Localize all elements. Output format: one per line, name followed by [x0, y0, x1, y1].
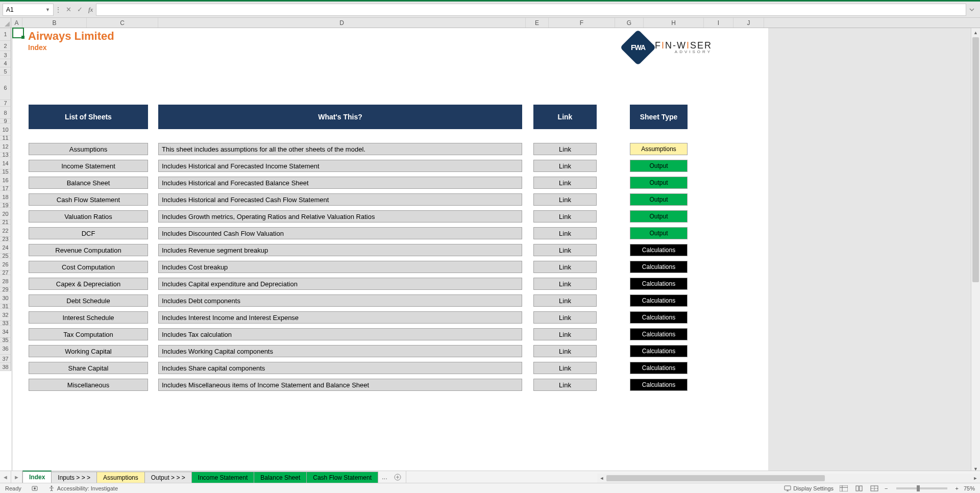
- zoom-level[interactable]: 75%: [964, 485, 975, 491]
- row-header-25[interactable]: 25: [0, 254, 11, 258]
- row-header-23[interactable]: 23: [0, 237, 11, 241]
- row-header-12[interactable]: 12: [0, 140, 11, 153]
- sheet-tab-output-[interactable]: Output > > >: [144, 472, 192, 483]
- grid-body[interactable]: Airways Limited Index FWA FIN-WISER ADVI…: [11, 28, 980, 474]
- row-header-38[interactable]: 38: [0, 363, 11, 371]
- view-page-layout-button[interactable]: [854, 484, 864, 492]
- sheet-link-cell[interactable]: Link: [533, 278, 597, 290]
- row-header-17[interactable]: 17: [0, 186, 11, 191]
- sheet-name-cell[interactable]: Debt Schedule: [29, 294, 148, 307]
- column-header-g[interactable]: G: [615, 18, 644, 28]
- sheet-tab-cash-flow-statement[interactable]: Cash Flow Statement: [306, 472, 378, 483]
- sheet-link-cell[interactable]: Link: [533, 244, 597, 256]
- row-header-2[interactable]: 2: [0, 41, 11, 51]
- column-header-c[interactable]: C: [87, 18, 158, 28]
- horizontal-scrollbar[interactable]: ◄ ►: [597, 474, 980, 483]
- sheet-name-cell[interactable]: Share Capital: [29, 362, 148, 374]
- row-header-11[interactable]: 11: [0, 136, 11, 140]
- row-header-6[interactable]: 6: [0, 76, 11, 100]
- scroll-right-button[interactable]: ►: [971, 474, 980, 483]
- row-header-18[interactable]: 18: [0, 191, 11, 203]
- sheet-name-cell[interactable]: Interest Schedule: [29, 311, 148, 324]
- row-header-15[interactable]: 15: [0, 169, 11, 174]
- row-header-28[interactable]: 28: [0, 275, 11, 287]
- sheet-tab-index[interactable]: Index: [22, 471, 52, 483]
- column-header-b[interactable]: B: [22, 18, 87, 28]
- sheet-link-cell[interactable]: Link: [533, 261, 597, 273]
- confirm-formula-button[interactable]: ✓: [74, 4, 85, 15]
- sheet-tab-inputs-[interactable]: Inputs > > >: [51, 472, 97, 483]
- sheet-link-cell[interactable]: Link: [533, 379, 597, 391]
- sheet-link-cell[interactable]: Link: [533, 328, 597, 340]
- row-header-16[interactable]: 16: [0, 174, 11, 186]
- row-header-34[interactable]: 34: [0, 326, 11, 338]
- column-header-d[interactable]: D: [158, 18, 526, 28]
- vertical-scrollbar[interactable]: ▲ ▼: [971, 28, 980, 474]
- row-header-30[interactable]: 30: [0, 292, 11, 304]
- sheet-name-cell[interactable]: Cost Computation: [29, 261, 148, 273]
- row-header-13[interactable]: 13: [0, 153, 11, 157]
- select-all-button[interactable]: [0, 18, 11, 28]
- row-header-22[interactable]: 22: [0, 225, 11, 237]
- horizontal-scroll-thumb[interactable]: [606, 475, 825, 481]
- fx-icon[interactable]: fx: [88, 6, 93, 14]
- sheet-name-cell[interactable]: Working Capital: [29, 345, 148, 357]
- sheet-link-cell[interactable]: Link: [533, 294, 597, 307]
- row-header-20[interactable]: 20: [0, 208, 11, 220]
- sheet-link-cell[interactable]: Link: [533, 210, 597, 223]
- row-header-24[interactable]: 24: [0, 241, 11, 254]
- dots-icon[interactable]: ⋮: [55, 6, 62, 14]
- row-header-9[interactable]: 9: [0, 119, 11, 124]
- column-header-h[interactable]: H: [644, 18, 704, 28]
- row-header-19[interactable]: 19: [0, 203, 11, 208]
- row-header-14[interactable]: 14: [0, 157, 11, 169]
- sheet-name-cell[interactable]: Miscellaneous: [29, 379, 148, 391]
- row-header-26[interactable]: 26: [0, 258, 11, 270]
- row-header-5[interactable]: 5: [0, 67, 11, 76]
- sheet-name-cell[interactable]: DCF: [29, 227, 148, 239]
- row-header-3[interactable]: 3: [0, 51, 11, 59]
- sheet-link-cell[interactable]: Link: [533, 143, 597, 155]
- sheet-link-cell[interactable]: Link: [533, 160, 597, 172]
- row-header-32[interactable]: 32: [0, 309, 11, 321]
- vertical-scroll-thumb[interactable]: [972, 37, 979, 282]
- row-header-35[interactable]: 35: [0, 338, 11, 342]
- row-header-36[interactable]: 36: [0, 342, 11, 355]
- row-header-1[interactable]: 1: [0, 28, 11, 41]
- row-header-21[interactable]: 21: [0, 220, 11, 225]
- row-header-27[interactable]: 27: [0, 270, 11, 275]
- view-normal-button[interactable]: [839, 484, 849, 492]
- sheet-tab-income-statement[interactable]: Income Statement: [191, 472, 254, 483]
- sheet-link-cell[interactable]: Link: [533, 177, 597, 189]
- name-box[interactable]: A1 ▼: [3, 4, 54, 16]
- row-header-7[interactable]: 7: [0, 100, 11, 107]
- sheet-name-cell[interactable]: Cash Flow Statement: [29, 193, 148, 206]
- sheet-name-cell[interactable]: Capex & Depreciation: [29, 278, 148, 290]
- view-page-break-button[interactable]: [869, 484, 879, 492]
- row-header-8[interactable]: 8: [0, 107, 11, 119]
- row-header-29[interactable]: 29: [0, 287, 11, 292]
- column-header-e[interactable]: E: [526, 18, 549, 28]
- zoom-out-button[interactable]: −: [885, 485, 888, 491]
- row-header-33[interactable]: 33: [0, 321, 11, 326]
- row-header-4[interactable]: 4: [0, 59, 11, 67]
- accessibility-status[interactable]: Accessibility: Investigate: [48, 485, 118, 492]
- sheet-link-cell[interactable]: Link: [533, 193, 597, 206]
- sheet-link-cell[interactable]: Link: [533, 227, 597, 239]
- formula-input[interactable]: [96, 4, 966, 16]
- sheet-name-cell[interactable]: Income Statement: [29, 160, 148, 172]
- column-header-a[interactable]: A: [11, 18, 22, 28]
- macro-record-icon[interactable]: [30, 484, 40, 492]
- sheet-tab-assumptions[interactable]: Assumptions: [96, 472, 145, 483]
- more-tabs-button[interactable]: ...: [378, 471, 391, 483]
- sheet-name-cell[interactable]: Assumptions: [29, 143, 148, 155]
- row-header-37[interactable]: 37: [0, 355, 11, 363]
- cancel-formula-button[interactable]: ✕: [63, 4, 74, 15]
- sheet-tab-balance-sheet[interactable]: Balance Sheet: [254, 472, 307, 483]
- sheet-name-cell[interactable]: Tax Computation: [29, 328, 148, 340]
- sheet-nav-prev-button[interactable]: ◄: [0, 471, 11, 483]
- column-header-i[interactable]: I: [704, 18, 733, 28]
- display-settings-button[interactable]: Display Settings: [784, 485, 834, 492]
- scroll-left-button[interactable]: ◄: [597, 474, 606, 483]
- sheet-link-cell[interactable]: Link: [533, 362, 597, 374]
